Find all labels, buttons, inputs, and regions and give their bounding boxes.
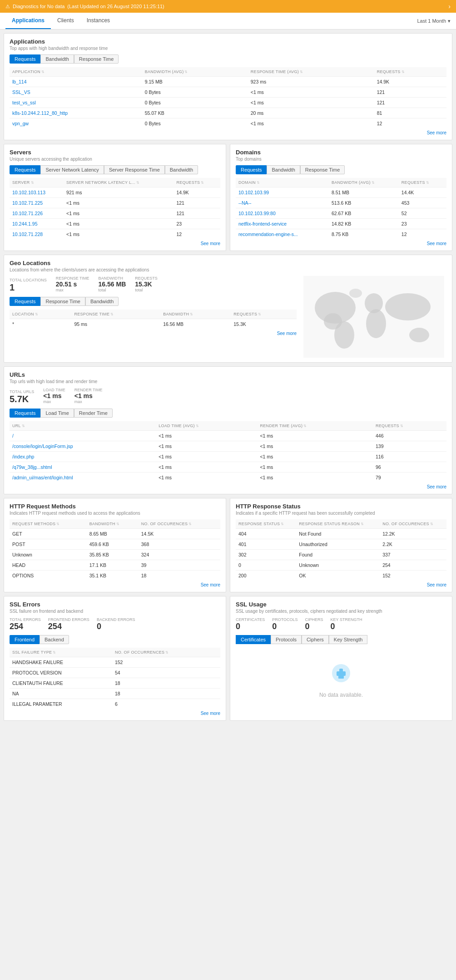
app-name[interactable]: lb_114: [10, 77, 142, 87]
sort-icon[interactable]: ⇅: [303, 424, 307, 428]
sort-icon[interactable]: ⇅: [22, 424, 25, 428]
sort-icon[interactable]: ⇅: [401, 70, 405, 74]
tab-instances[interactable]: Instances: [80, 13, 116, 29]
btn-geo-response-time[interactable]: Response Time: [40, 297, 85, 306]
sort-icon[interactable]: ⇅: [257, 181, 260, 185]
server-ip[interactable]: 10.102.103.113: [10, 187, 64, 198]
url-path[interactable]: /console/login/LoginForm.jsp: [10, 441, 156, 452]
sort-icon[interactable]: ⇅: [110, 312, 114, 316]
url-path[interactable]: /admin_ui/mas/ent/login.html: [10, 473, 156, 483]
tab-ciphers[interactable]: Ciphers: [302, 635, 329, 644]
servers-see-more[interactable]: See more: [10, 239, 220, 246]
tab-certificates[interactable]: Certificates: [236, 635, 271, 644]
tab-key-strength[interactable]: Key Strength: [329, 635, 368, 644]
method-name: GET: [10, 529, 87, 539]
tab-applications[interactable]: Applications: [5, 13, 51, 29]
btn-bandwidth[interactable]: Bandwidth: [40, 54, 74, 64]
domain-name[interactable]: netflix-frontend-service: [236, 219, 329, 229]
btn-requests[interactable]: Requests: [10, 54, 40, 64]
btn-servers-requests[interactable]: Requests: [10, 165, 40, 174]
http-response-see-more[interactable]: See more: [236, 581, 446, 587]
server-requests: 12: [173, 229, 220, 240]
sort-icon[interactable]: ⇅: [430, 522, 433, 526]
domains-see-more[interactable]: See more: [236, 239, 446, 246]
svg-point-6: [385, 293, 431, 320]
app-name[interactable]: vpn_gw: [10, 118, 142, 129]
servers-title: Servers: [10, 149, 220, 156]
sort-icon[interactable]: ⇅: [258, 312, 261, 316]
url-path[interactable]: /: [10, 431, 156, 441]
time-range-selector[interactable]: Last 1 Month ▾: [417, 18, 451, 24]
btn-servers-bandwidth[interactable]: Bandwidth: [165, 165, 198, 174]
ssl-errors-see-more[interactable]: See more: [10, 709, 220, 716]
btn-domains-requests[interactable]: Requests: [236, 165, 267, 174]
sort-icon[interactable]: ⇅: [281, 522, 284, 526]
col-method-occurrences: No. of Occurences: [141, 522, 188, 526]
sort-icon[interactable]: ⇅: [31, 181, 34, 185]
sort-icon[interactable]: ⇅: [188, 522, 192, 526]
sort-icon[interactable]: ⇅: [56, 522, 59, 526]
sort-icon[interactable]: ⇅: [35, 312, 38, 316]
server-ip[interactable]: 10.102.71.228: [10, 229, 64, 240]
sort-icon[interactable]: ⇅: [361, 522, 364, 526]
sort-icon[interactable]: ⇅: [116, 522, 119, 526]
server-ip[interactable]: 10.102.71.226: [10, 208, 64, 219]
sort-icon[interactable]: ⇅: [41, 70, 45, 74]
banner-arrow-icon[interactable]: ›: [448, 3, 451, 10]
tab-protocols[interactable]: Protocols: [271, 635, 302, 644]
server-ip[interactable]: 10.244.1.95: [10, 219, 64, 229]
btn-servers-network-latency[interactable]: Server Network Latency: [40, 165, 104, 174]
url-requests: 96: [373, 462, 446, 473]
btn-urls-requests[interactable]: Requests: [10, 409, 40, 418]
ssl-error-occurrences: 18: [112, 689, 220, 699]
btn-ssl-backend[interactable]: Backend: [40, 635, 69, 644]
btn-response-time[interactable]: Response Time: [74, 54, 119, 64]
http-row: HTTP Request Methods Indicates HTTP requ…: [4, 498, 452, 592]
sort-icon[interactable]: ⇅: [201, 181, 204, 185]
domain-name[interactable]: 10.102.103.99: [236, 187, 329, 198]
app-name[interactable]: SSL_VS: [10, 87, 142, 98]
no-data-icon: [330, 662, 352, 688]
sort-icon[interactable]: ⇅: [190, 312, 193, 316]
sort-icon[interactable]: ⇅: [184, 70, 188, 74]
domain-name[interactable]: --NA--: [236, 198, 329, 208]
col-domain-requests: Requests: [401, 180, 425, 185]
sort-icon[interactable]: ⇅: [300, 70, 303, 74]
sort-icon[interactable]: ⇅: [426, 181, 429, 185]
urls-see-more[interactable]: See more: [10, 483, 446, 489]
geo-response-time: Response Time 20.51 s max: [56, 276, 89, 292]
domain-name[interactable]: recommendation-engine-s...: [236, 229, 329, 240]
sort-icon[interactable]: ⇅: [165, 650, 169, 655]
col-method-bandwidth: Bandwidth: [89, 522, 115, 526]
http-methods-see-more[interactable]: See more: [10, 581, 220, 587]
btn-geo-requests[interactable]: Requests: [10, 297, 40, 306]
sort-icon[interactable]: ⇅: [196, 424, 199, 428]
col-server: Server: [12, 180, 30, 185]
domain-bandwidth: 14.82 KB: [329, 219, 399, 229]
url-path[interactable]: /q79w_38jg...shtml: [10, 462, 156, 473]
url-requests: 116: [373, 452, 446, 462]
app-name[interactable]: k8s-10.244.2.112_80_http: [10, 108, 142, 118]
domain-name[interactable]: 10.102.103.99:80: [236, 208, 329, 219]
sort-icon[interactable]: ⇅: [400, 424, 403, 428]
geo-title: Geo Locations: [10, 260, 446, 266]
tab-clients[interactable]: Clients: [51, 13, 80, 29]
server-ip[interactable]: 10.102.71.225: [10, 198, 64, 208]
geo-see-more[interactable]: See more: [10, 329, 297, 336]
btn-servers-response-time[interactable]: Server Response Time: [104, 165, 165, 174]
sort-icon[interactable]: ⇅: [136, 181, 139, 185]
table-row: /console/login/LoginForm.jsp<1 ms<1 ms13…: [10, 441, 446, 452]
btn-geo-bandwidth[interactable]: Bandwidth: [85, 297, 119, 306]
btn-ssl-frontend[interactable]: Frontend: [10, 635, 40, 644]
applications-see-more[interactable]: See more: [10, 128, 446, 135]
btn-urls-render-time[interactable]: Render Time: [74, 409, 113, 418]
svg-point-8: [349, 289, 362, 298]
sort-icon[interactable]: ⇅: [53, 650, 56, 655]
btn-urls-load-time[interactable]: Load Time: [40, 409, 74, 418]
app-name[interactable]: test_vs_ssl: [10, 98, 142, 108]
url-path[interactable]: /index.php: [10, 452, 156, 462]
btn-domains-bandwidth[interactable]: Bandwidth: [267, 165, 300, 174]
btn-domains-response-time[interactable]: Response Time: [300, 165, 345, 174]
warning-icon: ⚠: [5, 4, 10, 10]
sort-icon[interactable]: ⇅: [372, 181, 375, 185]
